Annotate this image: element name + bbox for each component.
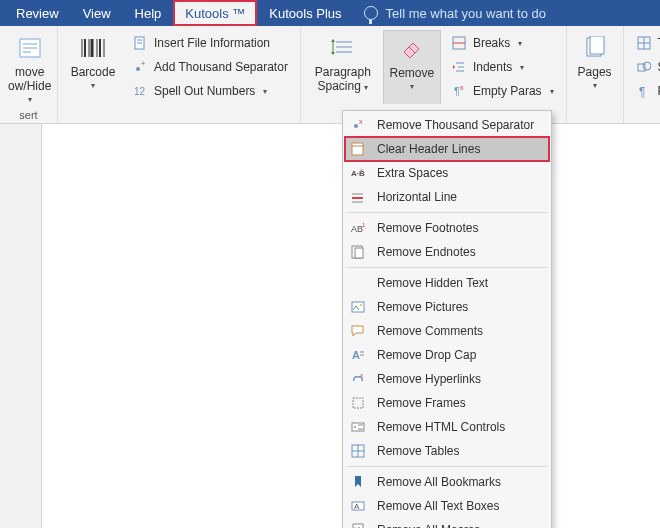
svg-rect-55 bbox=[352, 423, 364, 431]
ribbon: moveow/Hide ▾ sert Barcode ▾ Insert File… bbox=[0, 26, 660, 124]
menu-clear-header-lines[interactable]: Clear Header Lines bbox=[345, 137, 549, 161]
eraser-icon bbox=[396, 34, 428, 64]
show-hide-button[interactable]: moveow/Hide ▾ bbox=[6, 30, 53, 107]
chevron-down-icon: ▾ bbox=[91, 79, 95, 93]
menu-remove-tables[interactable]: Remove Tables bbox=[345, 439, 549, 463]
menu-remove-thousand[interactable]: x Remove Thousand Separator bbox=[345, 113, 549, 137]
menu-remove-hidden-text[interactable]: Remove Hidden Text bbox=[345, 271, 549, 295]
menu-remove-textboxes[interactable]: A Remove All Text Boxes bbox=[345, 494, 549, 518]
menu-separator bbox=[347, 212, 547, 213]
hline-icon bbox=[349, 188, 367, 206]
bookmark-icon bbox=[349, 473, 367, 491]
paragraph-icon: ¶ bbox=[636, 83, 652, 99]
tab-kutools[interactable]: Kutools ™ bbox=[173, 0, 257, 26]
remove-button[interactable]: Remove ▾ bbox=[383, 30, 441, 104]
chevron-down-icon: ▾ bbox=[410, 80, 414, 94]
group-partial-left: moveow/Hide ▾ sert bbox=[0, 26, 58, 123]
tab-help[interactable]: Help bbox=[123, 0, 174, 26]
endnote-icon bbox=[349, 243, 367, 261]
menu-remove-macros[interactable]: Remove All Macros bbox=[345, 518, 549, 528]
svg-text:x: x bbox=[460, 84, 464, 91]
svg-text:¶: ¶ bbox=[639, 85, 645, 98]
picture-icon bbox=[349, 298, 367, 316]
menu-extra-spaces[interactable]: A·Bx Extra Spaces bbox=[345, 161, 549, 185]
breaks-button[interactable]: Breaks▾ bbox=[447, 32, 558, 54]
menu-remove-html-controls[interactable]: Remove HTML Controls bbox=[345, 415, 549, 439]
table-remove-icon bbox=[349, 442, 367, 460]
svg-text:1: 1 bbox=[362, 222, 366, 228]
empty-paras-icon: ¶x bbox=[451, 83, 467, 99]
chevron-down-icon: ▾ bbox=[364, 83, 368, 92]
pages-icon bbox=[579, 33, 611, 63]
svg-point-49 bbox=[360, 304, 362, 306]
thousand-add-icon: + bbox=[132, 59, 148, 75]
group-label-select: Select bbox=[630, 107, 660, 121]
svg-rect-54 bbox=[353, 398, 363, 408]
tell-me-label: Tell me what you want to do bbox=[386, 6, 546, 21]
svg-text:x: x bbox=[359, 118, 363, 125]
paragraphs-button[interactable]: ¶ Paragraphs▾ bbox=[632, 80, 660, 102]
menu-separator bbox=[347, 267, 547, 268]
insert-file-info-button[interactable]: Insert File Information bbox=[128, 32, 292, 54]
chevron-down-icon: ▾ bbox=[593, 79, 597, 93]
indents-button[interactable]: Indents▾ bbox=[447, 56, 558, 78]
svg-rect-32 bbox=[638, 64, 645, 71]
svg-text:x: x bbox=[360, 167, 363, 173]
shapes-button[interactable]: Shapes bbox=[632, 56, 660, 78]
menu-separator bbox=[347, 466, 547, 467]
pages-button[interactable]: Pages ▾ bbox=[573, 30, 617, 93]
tab-view[interactable]: View bbox=[71, 0, 123, 26]
group-paragraph: ParagraphSpacing ▾ Remove ▾ Breaks▾ Inde… bbox=[301, 26, 567, 123]
menu-remove-dropcap[interactable]: A Remove Drop Cap bbox=[345, 343, 549, 367]
group-pages: Pages ▾ bbox=[567, 26, 624, 123]
svg-point-56 bbox=[354, 426, 356, 428]
chevron-down-icon: ▾ bbox=[28, 93, 32, 107]
navigation-pane[interactable] bbox=[0, 124, 42, 528]
svg-text:A: A bbox=[352, 349, 360, 361]
svg-rect-47 bbox=[355, 248, 363, 258]
header-lines-icon bbox=[349, 140, 367, 158]
group-insert: Barcode ▾ Insert File Information + Add … bbox=[58, 26, 301, 123]
group-select: Tables▾ Shapes ¶ Paragraphs▾ Select bbox=[624, 26, 660, 123]
menu-remove-frames[interactable]: Remove Frames bbox=[345, 391, 549, 415]
menu-remove-footnotes[interactable]: AB1 Remove Footnotes bbox=[345, 216, 549, 240]
extra-spaces-icon: A·Bx bbox=[349, 164, 367, 182]
chevron-down-icon: ▾ bbox=[518, 39, 522, 48]
add-thousand-sep-button[interactable]: + Add Thousand Separator bbox=[128, 56, 292, 78]
barcode-icon bbox=[77, 33, 109, 63]
barcode-button[interactable]: Barcode ▾ bbox=[64, 30, 122, 104]
svg-rect-37 bbox=[352, 143, 363, 155]
empty-paras-button[interactable]: ¶x Empty Paras▾ bbox=[447, 80, 558, 102]
tab-review[interactable]: Review bbox=[4, 0, 71, 26]
paragraph-spacing-button[interactable]: ParagraphSpacing ▾ bbox=[307, 30, 379, 104]
menu-remove-bookmarks[interactable]: Remove All Bookmarks bbox=[345, 470, 549, 494]
svg-text:12: 12 bbox=[134, 86, 146, 97]
frame-icon bbox=[349, 394, 367, 412]
svg-rect-48 bbox=[352, 302, 364, 312]
menu-remove-comments[interactable]: Remove Comments bbox=[345, 319, 549, 343]
menu-remove-hyperlinks[interactable]: x Remove Hyperlinks bbox=[345, 367, 549, 391]
tab-strip: Review View Help Kutools ™ Kutools Plus … bbox=[0, 0, 660, 26]
tell-me[interactable]: Tell me what you want to do bbox=[364, 0, 546, 26]
menu-horizontal-line[interactable]: Horizontal Line bbox=[345, 185, 549, 209]
tab-kutools-plus[interactable]: Kutools Plus bbox=[257, 0, 353, 26]
tables-button[interactable]: Tables▾ bbox=[632, 32, 660, 54]
svg-rect-64 bbox=[353, 524, 363, 528]
spell-out-numbers-button[interactable]: 12 Spell Out Numbers▾ bbox=[128, 80, 292, 102]
showhide-icon bbox=[14, 33, 46, 63]
menu-remove-endnotes[interactable]: Remove Endnotes bbox=[345, 240, 549, 264]
thousand-remove-icon: x bbox=[349, 116, 367, 134]
spellout-icon: 12 bbox=[132, 83, 148, 99]
chevron-down-icon: ▾ bbox=[263, 87, 267, 96]
shapes-icon bbox=[636, 59, 652, 75]
page-icon bbox=[132, 35, 148, 51]
paragraph-spacing-icon bbox=[327, 33, 359, 63]
svg-point-14 bbox=[136, 67, 140, 71]
chevron-down-icon: ▾ bbox=[550, 87, 554, 96]
macro-icon bbox=[349, 521, 367, 528]
workspace bbox=[0, 124, 660, 528]
html-icon bbox=[349, 418, 367, 436]
footnote-icon: AB1 bbox=[349, 219, 367, 237]
hidden-text-icon bbox=[349, 274, 367, 292]
menu-remove-pictures[interactable]: Remove Pictures bbox=[345, 295, 549, 319]
